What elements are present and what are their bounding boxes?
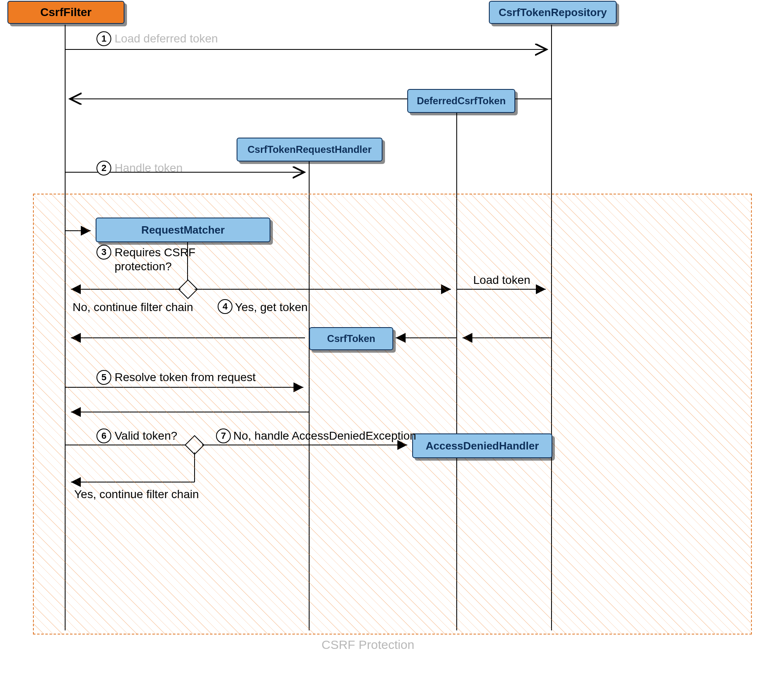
step-label: Requires CSRF protection? <box>115 246 195 273</box>
step-label: Load deferred token <box>115 32 218 45</box>
step-label: Valid token? <box>115 429 177 443</box>
access-denied-handler-box: AccessDeniedHandler <box>412 433 552 458</box>
step-label: Load token <box>473 274 530 287</box>
step-label: No, handle AccessDeniedException <box>233 429 416 443</box>
frame-title: CSRF Protection <box>322 638 414 652</box>
request-matcher-box: RequestMatcher <box>96 218 270 242</box>
step-label: Handle token <box>115 162 183 175</box>
step-label: Yes, get token <box>235 301 307 314</box>
step-badge: 1 <box>96 31 111 46</box>
csrf-filter-box: CsrfFilter <box>7 1 124 24</box>
step-badge: 6 <box>96 428 111 443</box>
csrf-token-repository-box: CsrfTokenRepository <box>489 1 617 24</box>
step-label: Yes, continue filter chain <box>74 488 199 501</box>
step-label: No, continue filter chain <box>73 301 193 314</box>
step-badge: 2 <box>96 161 111 176</box>
step-label: Resolve token from request <box>115 371 256 384</box>
csrf-token-request-handler-box: CsrfTokenRequestHandler <box>237 138 383 162</box>
step-badge: 4 <box>218 299 232 314</box>
step-badge: 3 <box>96 245 111 260</box>
step-badge: 7 <box>216 428 231 443</box>
step-badge: 5 <box>96 370 111 385</box>
csrf-token-box: CsrfToken <box>309 327 393 350</box>
deferred-csrf-token-box: DeferredCsrfToken <box>407 89 515 113</box>
